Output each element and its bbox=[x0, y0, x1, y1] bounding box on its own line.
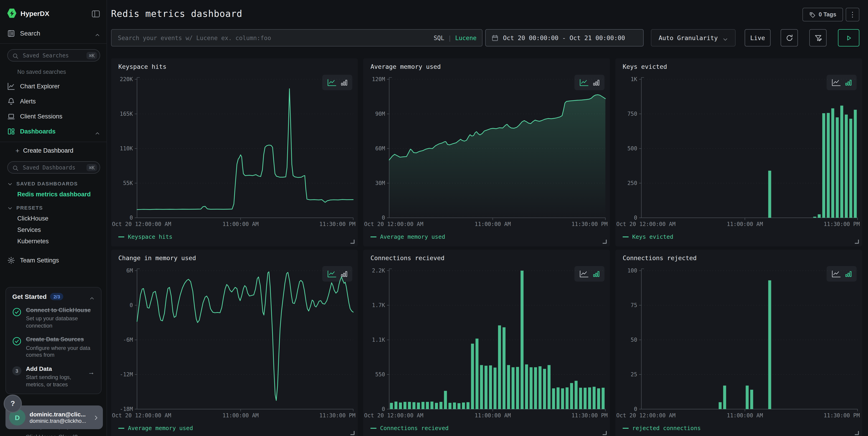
svg-text:750: 750 bbox=[627, 111, 637, 117]
create-dashboard-label: Create Dashboard bbox=[23, 147, 73, 154]
team-settings-label: Team Settings bbox=[20, 257, 59, 264]
charts-grid: Keyspace hits 220K165K110K55K0Oct 20 12:… bbox=[111, 58, 862, 436]
get-started-item-title: Create Data Sources bbox=[26, 336, 95, 344]
chart-legend: Keys evicted bbox=[623, 233, 674, 240]
user-email: dominic.tran@clickho... bbox=[30, 417, 93, 424]
hyperdx-logo-icon bbox=[7, 8, 17, 18]
sidebar-item-dashboards[interactable]: Dashboards bbox=[0, 124, 106, 139]
help-button[interactable]: ? bbox=[4, 395, 22, 413]
resize-handle[interactable] bbox=[350, 240, 354, 244]
chevron-down-icon bbox=[722, 35, 728, 40]
granularity-select[interactable]: Auto Granularity bbox=[651, 29, 736, 47]
resize-handle[interactable] bbox=[350, 431, 354, 435]
tags-button[interactable]: 0 Tags bbox=[802, 8, 843, 22]
run-query-button[interactable] bbox=[838, 29, 859, 47]
dashboard-link-redis-metrics-dashboard[interactable]: Redis metrics dashboard bbox=[17, 191, 106, 198]
chart-title: Average memory used bbox=[371, 63, 441, 70]
section-header[interactable]: PRESETS bbox=[7, 205, 106, 211]
filter-button[interactable] bbox=[809, 29, 827, 47]
svg-text:0: 0 bbox=[382, 214, 385, 221]
svg-text:11:30:00 PM: 11:30:00 PM bbox=[319, 412, 355, 419]
create-dashboard-button[interactable]: + Create Dashboard bbox=[0, 144, 106, 157]
chart-plot: 120M90M60M30M0Oct 20 12:00:00 AM11:00:00… bbox=[363, 77, 610, 228]
gear-icon bbox=[7, 257, 15, 264]
chevron-up-icon[interactable] bbox=[95, 31, 100, 36]
chart-plot: 1K7505002500Oct 20 12:00:00 AM11:00:00 A… bbox=[615, 77, 862, 228]
svg-text:11:00:00 AM: 11:00:00 AM bbox=[223, 221, 259, 227]
live-button[interactable]: Live bbox=[745, 29, 771, 47]
refresh-button[interactable] bbox=[781, 29, 798, 47]
play-icon bbox=[845, 34, 852, 42]
date-range-value: Oct 20 00:00:00 - Oct 21 00:00:00 bbox=[503, 34, 625, 41]
section-header[interactable]: SAVED DASHBOARDS bbox=[7, 181, 106, 186]
sidebar-item-client-sessions[interactable]: Client Sessions bbox=[0, 109, 106, 124]
user-name: dominic.tran@clic... bbox=[30, 411, 93, 417]
svg-text:0: 0 bbox=[382, 406, 385, 412]
filter-edit-icon bbox=[814, 34, 822, 42]
sidebar-item-alerts[interactable]: Alerts bbox=[0, 94, 106, 109]
section-header-label: SAVED DASHBOARDS bbox=[17, 181, 78, 186]
calendar-icon bbox=[492, 34, 498, 42]
chevron-down-icon bbox=[7, 181, 13, 186]
chart-line-icon bbox=[7, 83, 15, 90]
shortcut-badge: ⌘K bbox=[87, 164, 97, 171]
sidebar-item-team-settings[interactable]: Team Settings bbox=[0, 257, 106, 264]
no-saved-searches-note: No saved searches bbox=[17, 69, 106, 76]
svg-text:30M: 30M bbox=[375, 180, 385, 186]
get-started-item[interactable]: 3 Add Data Start sending logs, metrics, … bbox=[12, 366, 95, 388]
lucene-toggle[interactable]: Lucene bbox=[455, 34, 476, 41]
check-circle-icon bbox=[12, 336, 26, 359]
dashboard-link-clickhouse[interactable]: ClickHouse bbox=[17, 215, 106, 222]
chart-plot: 1007550250Oct 20 12:00:00 AM11:00:00 AM1… bbox=[615, 268, 862, 419]
dashboard-link-services[interactable]: Services bbox=[17, 227, 106, 233]
svg-text:1.1K: 1.1K bbox=[372, 337, 385, 343]
svg-text:25: 25 bbox=[631, 371, 637, 378]
get-started-item-title: Connect to ClickHouse bbox=[26, 307, 95, 314]
event-search-box[interactable]: SQL|Lucene bbox=[111, 29, 483, 47]
chart-legend: Keyspace hits bbox=[118, 233, 173, 240]
legend-dash bbox=[118, 428, 124, 429]
get-started-item[interactable]: Create Data Sources Configure where your… bbox=[12, 336, 95, 359]
svg-text:2.2K: 2.2K bbox=[372, 268, 385, 274]
get-started-item-sub: Configure where your data comes from bbox=[26, 345, 95, 359]
resize-handle[interactable] bbox=[855, 240, 859, 244]
svg-text:11:00:00 AM: 11:00:00 AM bbox=[475, 221, 511, 227]
svg-text:55K: 55K bbox=[123, 180, 133, 186]
nav-item-label: Chart Explorer bbox=[20, 83, 100, 90]
get-started-item-title: Add Data bbox=[26, 366, 86, 373]
chevron-down-icon bbox=[7, 205, 13, 211]
get-started-item[interactable]: Connect to ClickHouse Set up your databa… bbox=[12, 307, 95, 330]
chevron-up-icon[interactable] bbox=[89, 294, 95, 299]
dashboard-link-kubernetes[interactable]: Kubernetes bbox=[17, 238, 106, 245]
svg-text:Oct 20 12:00:00 AM: Oct 20 12:00:00 AM bbox=[616, 412, 676, 419]
resize-handle[interactable] bbox=[602, 240, 607, 244]
chart-card: Connections recieved 2.2K1.7K1.1K5500Oct… bbox=[363, 250, 610, 436]
chevron-up-icon[interactable] bbox=[95, 129, 100, 135]
dashboard-section: PRESETS ClickHouseServicesKubernetes bbox=[0, 205, 106, 245]
step-number-badge: 3 bbox=[12, 366, 26, 388]
sidebar-item-search[interactable]: Search bbox=[7, 29, 100, 37]
svg-text:500: 500 bbox=[627, 145, 637, 152]
sidebar-nav: Chart Explorer Alerts Client Sessions Da… bbox=[0, 79, 106, 139]
sql-toggle[interactable]: SQL bbox=[434, 34, 444, 41]
resize-handle[interactable] bbox=[602, 431, 607, 435]
dashboard-sections: SAVED DASHBOARDS Redis metrics dashboard… bbox=[0, 181, 106, 245]
saved-dashboards-search[interactable]: ⌘K bbox=[7, 162, 100, 174]
event-search-input[interactable] bbox=[117, 34, 434, 42]
saved-dashboards-input[interactable] bbox=[22, 164, 87, 171]
collapse-sidebar-icon[interactable] bbox=[92, 9, 100, 17]
granularity-value: Auto Granularity bbox=[659, 34, 718, 41]
main-area: Redis metrics dashboard 0 Tags ⋮ SQL|Luc… bbox=[107, 0, 868, 436]
sidebar-item-chart-explorer[interactable]: Chart Explorer bbox=[0, 79, 106, 94]
dashboard-section: SAVED DASHBOARDS Redis metrics dashboard bbox=[0, 181, 106, 198]
saved-searches-search[interactable]: ⌘K bbox=[7, 50, 100, 62]
search-icon bbox=[12, 164, 19, 172]
saved-searches-input[interactable] bbox=[22, 52, 87, 59]
resize-handle[interactable] bbox=[855, 431, 859, 435]
date-range-picker[interactable]: Oct 20 00:00:00 - Oct 21 00:00:00 bbox=[485, 29, 644, 47]
divider bbox=[0, 142, 106, 142]
legend-dash bbox=[371, 428, 376, 429]
more-menu-button[interactable]: ⋮ bbox=[846, 8, 859, 22]
get-started-item-sub: Start sending logs, metrics, or traces bbox=[26, 374, 86, 388]
legend-label: Connections recieved bbox=[380, 425, 448, 431]
